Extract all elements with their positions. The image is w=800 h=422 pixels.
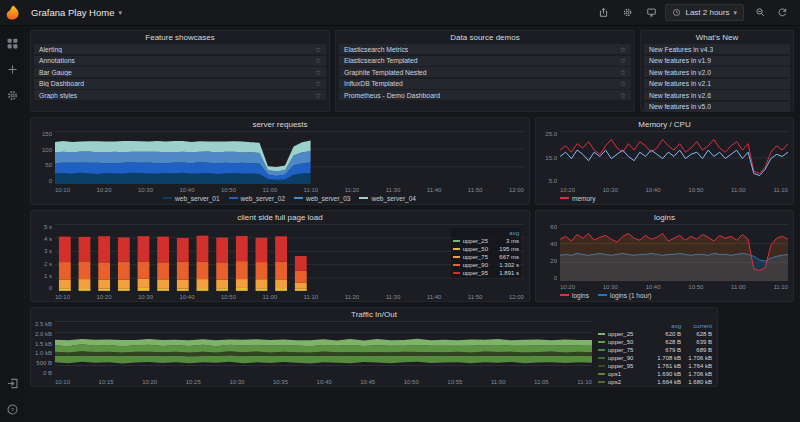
legend-swatch (453, 248, 460, 250)
dashboard-link[interactable]: New features in v2.6 (644, 90, 790, 100)
legend-label[interactable]: ops1 (608, 371, 621, 377)
panel-title[interactable]: client side full page load (31, 211, 529, 223)
legend-item[interactable]: web_server_03 (294, 195, 350, 202)
dashboard-link[interactable]: Annotations☆ (34, 56, 326, 66)
legend-swatch (598, 357, 605, 359)
plot-area[interactable] (55, 321, 592, 376)
dashboard-link[interactable]: New features in v5.0 (644, 102, 790, 112)
star-icon[interactable]: ☆ (620, 57, 626, 64)
share-button[interactable] (593, 4, 613, 21)
legend-label[interactable]: upper_90 (608, 355, 633, 361)
tick-label: 2 s (44, 261, 52, 267)
dashboard-link[interactable]: New features in v2.1 (644, 79, 790, 89)
dashboard-link[interactable]: Prometheus - Demo Dashboard☆ (339, 90, 631, 100)
plot-area[interactable] (560, 224, 788, 281)
panel-title[interactable]: Data source demos (336, 31, 634, 43)
dashboard-link-label: Elasticsearch Metrics (344, 46, 408, 53)
panel-title[interactable]: server requests (31, 118, 529, 130)
legend-label[interactable]: upper_50 (608, 339, 633, 345)
dashboard-link-label: Graphite Templated Nested (344, 69, 427, 76)
panel-title[interactable]: Traffic In/Out (31, 308, 717, 320)
traffic-chart (55, 321, 592, 376)
dashboard-link[interactable]: Bar Gauge☆ (34, 67, 326, 77)
tick-label: 10:40 (317, 379, 332, 385)
grafana-logo-icon[interactable] (4, 4, 21, 21)
tick-label: 11:30 (386, 294, 401, 300)
sidebar-signin-button[interactable] (5, 376, 19, 390)
dashboard-link[interactable]: Elasticsearch Templated☆ (339, 56, 631, 66)
legend-item[interactable]: logins (1 hour) (598, 292, 652, 299)
panel-title[interactable]: Feature showcases (31, 31, 329, 43)
plot-area[interactable]: avgupper_253 msupper_50195 msupper_75667… (55, 224, 524, 291)
dashboard-link[interactable]: New features in v2.0 (644, 67, 790, 77)
star-icon[interactable]: ☆ (620, 46, 626, 53)
dashboard-link[interactable]: New features in v1.9 (644, 56, 790, 66)
legend-item[interactable]: web_server_04 (359, 195, 415, 202)
dashboard-link[interactable]: Graphite Templated Nested☆ (339, 67, 631, 77)
legend-item[interactable]: web_server_02 (229, 195, 285, 202)
tick-label: 500 B (36, 360, 52, 366)
legend-label[interactable]: upper_75 (463, 254, 488, 260)
legend-column-header[interactable]: avg (488, 230, 519, 236)
panel-title[interactable]: Memory / CPU (536, 118, 793, 130)
tick-label: 5.0 (549, 178, 557, 184)
refresh-button[interactable] (772, 4, 792, 21)
sidebar-dashboards-button[interactable] (5, 36, 19, 50)
y-axis: 2.5 kB2.0 kB1.5 kB1.0 kB500 B0 B (33, 321, 55, 385)
legend-label[interactable]: upper_95 (608, 363, 633, 369)
panel-title[interactable]: logins (536, 211, 793, 223)
legend-swatch (598, 373, 605, 375)
legend-label[interactable]: upper_75 (608, 347, 633, 353)
dashboard-link[interactable]: Big Dashboard☆ (34, 79, 326, 89)
legend-label: logins (1 hour) (610, 292, 652, 299)
legend-label[interactable]: upper_25 (608, 331, 633, 337)
dashboard-link[interactable]: New Features in v4.3 (644, 44, 790, 54)
plot-area[interactable] (560, 131, 788, 184)
legend-swatch (453, 256, 460, 258)
tick-label: 10:35 (273, 379, 288, 385)
dashboard-link[interactable]: Elasticsearch Metrics☆ (339, 44, 631, 54)
legend-label[interactable]: upper_25 (463, 238, 488, 244)
star-icon[interactable]: ☆ (620, 92, 626, 99)
tick-label: 15.0 (545, 155, 557, 161)
kiosk-mode-button[interactable] (641, 4, 661, 21)
zoom-out-button[interactable] (750, 4, 770, 21)
dashboard-link[interactable]: Graph styles☆ (34, 90, 326, 100)
star-icon[interactable]: ☆ (315, 92, 321, 99)
legend-row: upper_25620 B628 B (598, 330, 712, 338)
tick-label: 10:10 (55, 294, 70, 300)
tick-label: 20 (550, 258, 557, 264)
legend-swatch (453, 240, 460, 242)
gear-icon (6, 89, 19, 102)
star-icon[interactable]: ☆ (620, 69, 626, 76)
star-icon[interactable]: ☆ (620, 80, 626, 87)
legend-label[interactable]: upper_90 (463, 262, 488, 268)
star-icon[interactable]: ☆ (315, 57, 321, 64)
legend-item[interactable]: logins (560, 292, 589, 299)
tick-label: 10:20 (142, 379, 157, 385)
plot-area[interactable] (55, 131, 524, 184)
star-icon[interactable]: ☆ (315, 46, 321, 53)
tick-label: 11:00 (491, 379, 506, 385)
legend-column-header[interactable]: current (681, 323, 712, 329)
time-range-picker[interactable]: Last 2 hours ▾ (665, 4, 744, 21)
legend-item[interactable]: web_server_01 (163, 195, 219, 202)
sidebar-create-button[interactable] (5, 62, 19, 76)
star-icon[interactable]: ☆ (315, 80, 321, 87)
legend-label[interactable]: upper_95 (463, 270, 488, 276)
legend-column-header[interactable]: avg (650, 323, 681, 329)
legend-value: 628 B (650, 339, 681, 345)
left-sidebar: ? (0, 26, 24, 422)
star-icon[interactable]: ☆ (315, 69, 321, 76)
sidebar-help-button[interactable]: ? (5, 402, 19, 416)
panel-memory-cpu: Memory / CPU 25.015.05.0 10:2010:3010:40… (535, 117, 794, 205)
dashboard-link[interactable]: Alerting☆ (34, 44, 326, 54)
legend-item[interactable]: memory (560, 195, 595, 202)
settings-button[interactable] (617, 4, 637, 21)
dashboard-title[interactable]: Grafana Play Home ▾ (25, 7, 128, 18)
sidebar-configuration-button[interactable] (5, 88, 19, 102)
panel-title[interactable]: What's New (641, 31, 793, 43)
legend-label[interactable]: upper_50 (463, 246, 488, 252)
legend-label[interactable]: ops2 (608, 379, 621, 385)
dashboard-link[interactable]: InfluxDB Templated☆ (339, 79, 631, 89)
